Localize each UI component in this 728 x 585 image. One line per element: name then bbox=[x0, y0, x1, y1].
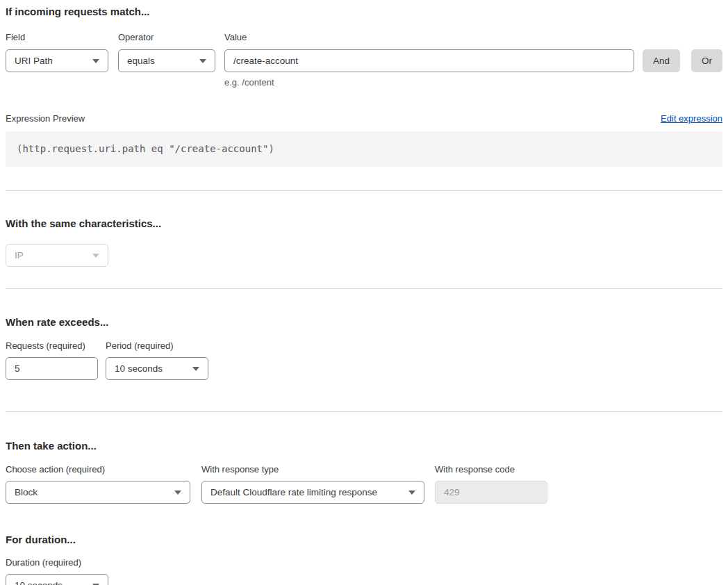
response-type-group: With response type Default Cloudflare ra… bbox=[201, 464, 424, 504]
operator-group: Operator equals bbox=[118, 32, 215, 72]
duration-section-title: For duration... bbox=[6, 534, 722, 546]
expression-code: (http.request.uri.path eq "/create-accou… bbox=[6, 131, 722, 167]
duration-label: Duration (required) bbox=[6, 557, 108, 568]
period-select-value: 10 seconds bbox=[115, 363, 163, 374]
expression-preview-label: Expression Preview bbox=[6, 113, 85, 124]
action-group: Choose action (required) Block bbox=[6, 464, 190, 504]
chevron-down-icon bbox=[199, 59, 206, 63]
action-select[interactable]: Block bbox=[6, 481, 190, 504]
rate-section-title: When rate exceeds... bbox=[6, 316, 722, 329]
action-section-title: Then take action... bbox=[6, 440, 722, 452]
duration-group: Duration (required) 10 seconds bbox=[6, 557, 108, 585]
operator-label: Operator bbox=[118, 32, 215, 42]
response-code-label: With response code bbox=[435, 464, 547, 475]
period-group: Period (required) 10 seconds bbox=[106, 340, 208, 380]
response-code-input bbox=[435, 481, 547, 504]
chevron-down-icon bbox=[92, 59, 99, 63]
action-label: Choose action (required) bbox=[6, 464, 190, 475]
operator-select-value: equals bbox=[127, 56, 155, 66]
response-code-group: With response code bbox=[435, 464, 547, 504]
match-section-title: If incoming requests match... bbox=[6, 6, 722, 18]
chevron-down-icon bbox=[192, 367, 199, 371]
characteristic-select-value: IP bbox=[15, 250, 24, 261]
characteristic-select: IP bbox=[6, 244, 108, 267]
action-row: Choose action (required) Block With resp… bbox=[6, 464, 722, 504]
chevron-down-icon bbox=[174, 491, 181, 495]
rate-limiting-rule-form: If incoming requests match... Field URI … bbox=[0, 0, 728, 585]
match-criteria-row: Field URI Path Operator equals Value e.g… bbox=[6, 32, 722, 88]
field-select[interactable]: URI Path bbox=[6, 49, 108, 72]
requests-label: Requests (required) bbox=[6, 340, 98, 351]
field-select-value: URI Path bbox=[15, 56, 53, 66]
response-type-label: With response type bbox=[201, 464, 424, 475]
value-input[interactable] bbox=[224, 49, 634, 72]
response-type-select[interactable]: Default Cloudflare rate limiting respons… bbox=[201, 481, 424, 504]
field-label: Field bbox=[6, 32, 108, 42]
characteristics-section-title: With the same characteristics... bbox=[6, 217, 722, 230]
action-select-value: Block bbox=[15, 487, 38, 497]
and-button[interactable]: And bbox=[643, 49, 680, 72]
chevron-down-icon bbox=[92, 254, 99, 258]
value-hint: e.g. /content bbox=[224, 77, 634, 88]
duration-row: Duration (required) 10 seconds bbox=[6, 557, 722, 585]
period-select[interactable]: 10 seconds bbox=[106, 357, 208, 380]
operator-select[interactable]: equals bbox=[118, 49, 215, 72]
chevron-down-icon bbox=[408, 491, 415, 495]
edit-expression-link[interactable]: Edit expression bbox=[661, 113, 722, 124]
duration-select[interactable]: 10 seconds bbox=[6, 574, 108, 585]
logic-buttons: And Or bbox=[643, 32, 722, 72]
value-group: Value e.g. /content bbox=[224, 32, 634, 88]
section-divider bbox=[6, 288, 722, 289]
rate-row: Requests (required) Period (required) 10… bbox=[6, 340, 722, 380]
field-group: Field URI Path bbox=[6, 32, 108, 72]
period-label: Period (required) bbox=[106, 340, 208, 351]
expression-preview: Expression Preview Edit expression (http… bbox=[6, 113, 722, 167]
section-divider bbox=[6, 190, 722, 191]
duration-select-value: 10 seconds bbox=[15, 580, 63, 585]
section-divider bbox=[6, 411, 722, 412]
or-button[interactable]: Or bbox=[691, 49, 722, 72]
requests-input[interactable] bbox=[6, 357, 98, 380]
requests-group: Requests (required) bbox=[6, 340, 98, 380]
value-label: Value bbox=[224, 32, 634, 42]
response-type-select-value: Default Cloudflare rate limiting respons… bbox=[210, 487, 377, 497]
